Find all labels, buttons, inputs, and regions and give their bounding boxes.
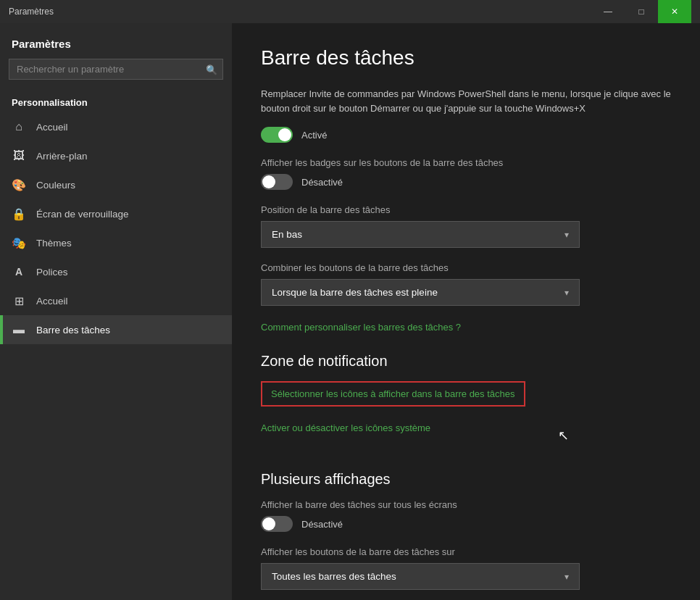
wallpaper-icon: 🖼 [12, 149, 26, 163]
sidebar-item-barre-taches[interactable]: ▬ Barre des tâches [0, 315, 232, 344]
fonts-icon: A [12, 264, 26, 279]
sidebar-item-themes[interactable]: 🎭 Thèmes [0, 228, 232, 257]
sidebar-item-accueil-top[interactable]: ⌂ Accueil [0, 112, 232, 141]
themes-icon: 🎭 [12, 236, 26, 250]
toggle-multiscreen-row: Désactivé [261, 516, 671, 532]
select-icons-link[interactable]: Sélectionner les icônes à afficher dans … [261, 381, 525, 407]
notification-zone-title: Zone de notification [261, 353, 671, 370]
activate-icons-link[interactable]: Activer ou désactiver les icônes système [261, 422, 430, 433]
toggle-powershell[interactable] [261, 127, 293, 143]
position-value: En bas [272, 229, 302, 240]
show-buttons-label: Afficher les boutons de la barre des tâc… [261, 546, 671, 557]
toggle-badges[interactable] [261, 174, 293, 190]
app-body: Paramètres 🔍 Personnalisation ⌂ Accueil … [0, 23, 700, 600]
home-icon: ⌂ [12, 120, 26, 134]
position-label: Position de la barre des tâches [261, 204, 671, 215]
toggle-on-label: Activé [301, 130, 327, 141]
app-title: Paramètres [9, 7, 54, 17]
combine-value: Lorsque la barre des tâches est pleine [272, 287, 438, 298]
sidebar-item-label: Arrière-plan [36, 151, 88, 162]
show-taskbar-label: Afficher la barre des tâches sur tous le… [261, 499, 671, 510]
combine-dropdown[interactable]: Lorsque la barre des tâches est pleine ▾ [261, 279, 580, 306]
chevron-down-icon: ▾ [564, 230, 569, 240]
taskbar-icon: ▬ [12, 322, 26, 337]
titlebar: Paramètres — □ ✕ [0, 0, 700, 23]
sidebar-item-label: Écran de verrouillage [36, 209, 129, 220]
sidebar-item-ecran-verrouillage[interactable]: 🔒 Écran de verrouillage [0, 199, 232, 228]
maximize-button[interactable]: □ [625, 0, 658, 23]
toggle-knob-3 [262, 517, 275, 530]
toggle-off-label: Désactivé [301, 177, 343, 188]
lock-icon: 🔒 [12, 207, 26, 221]
toggle-multiscreen[interactable] [261, 516, 293, 532]
chevron-down-icon-3: ▾ [564, 572, 569, 582]
sidebar-item-label: Accueil [36, 296, 68, 307]
sidebar-item-label: Accueil [36, 122, 68, 133]
page-title: Barre des tâches [261, 46, 671, 70]
toggle-powershell-row: Activé [261, 127, 671, 143]
combine-label: Combiner les boutons de la barre des tâc… [261, 262, 671, 273]
chevron-down-icon-2: ▾ [564, 288, 569, 298]
toggle-knob [278, 128, 291, 141]
main-content: Barre des tâches Remplacer Invite de com… [232, 23, 700, 600]
custom-taskbar-link[interactable]: Comment personnaliser les barres des tâc… [261, 322, 461, 333]
search-input[interactable] [9, 59, 223, 80]
badges-label: Afficher les badges sur les boutons de l… [261, 157, 671, 168]
sidebar-item-couleurs[interactable]: 🎨 Couleurs [0, 170, 232, 199]
minimize-button[interactable]: — [591, 0, 625, 23]
toggle-off2-label: Désactivé [301, 519, 343, 530]
position-dropdown[interactable]: En bas ▾ [261, 221, 580, 248]
sidebar-item-accueil-bottom[interactable]: ⊞ Accueil [0, 286, 232, 315]
toggle-knob-2 [262, 175, 275, 188]
window-controls: — □ ✕ [591, 0, 691, 23]
sidebar-header: Paramètres [0, 23, 232, 59]
powershell-description: Remplacer Invite de commandes par Window… [261, 87, 671, 115]
colors-icon: 🎨 [12, 178, 26, 192]
sidebar-section-label: Personnalisation [0, 91, 232, 112]
sidebar: Paramètres 🔍 Personnalisation ⌂ Accueil … [0, 23, 232, 600]
start-icon: ⊞ [12, 293, 26, 308]
multiple-displays-title: Plusieurs affichages [261, 471, 671, 488]
sidebar-item-arriere-plan[interactable]: 🖼 Arrière-plan [0, 141, 232, 170]
sidebar-item-polices[interactable]: A Polices [0, 257, 232, 286]
all-taskbars-value: Toutes les barres des tâches [272, 571, 396, 582]
search-icon: 🔍 [206, 64, 217, 75]
toggle-badges-row: Désactivé [261, 174, 671, 190]
search-box: 🔍 [9, 59, 223, 80]
sidebar-item-label: Barre des tâches [36, 325, 110, 336]
all-taskbars-dropdown[interactable]: Toutes les barres des tâches ▾ [261, 563, 580, 590]
sidebar-item-label: Polices [36, 267, 68, 278]
close-button[interactable]: ✕ [658, 0, 691, 23]
sidebar-item-label: Couleurs [36, 180, 75, 191]
sidebar-item-label: Thèmes [36, 238, 72, 249]
